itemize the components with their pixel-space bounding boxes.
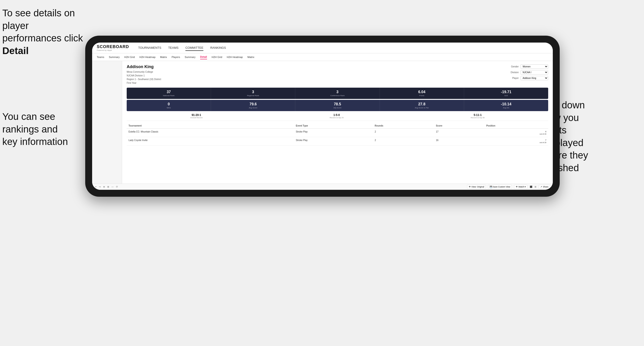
stat-avg-score-label: Avg Score <box>213 107 293 109</box>
view-original-button[interactable]: 👁 View: Original <box>467 185 486 189</box>
player-school: Mesa Community College <box>127 70 161 74</box>
stat-regional-rank: 3 Regional Rank <box>211 88 295 99</box>
stat-sos-value: -19.71 <box>466 90 546 94</box>
save-custom-view-button[interactable]: 💾 Save Custom View <box>488 185 512 189</box>
top-nav: SCOREBOARD Powered by clippd TOURNAMENTS… <box>92 42 553 53</box>
stat-wins-label: Wins <box>128 107 209 109</box>
stats-row-2: 0 Wins 79.6 Avg Score 78.5 Adj Score 27.… <box>127 100 548 111</box>
stat-points-value: 6.04 <box>382 90 462 94</box>
stat-avg-sg-label: Avg SG <box>466 107 546 109</box>
stat-avg-sg-value: -10.14 <box>466 102 546 106</box>
sub-nav-matrix[interactable]: Matrix <box>160 55 167 59</box>
stat-avg-score: 79.6 Avg Score <box>211 100 295 111</box>
stat-adj-score-value: 78.5 <box>297 102 378 106</box>
toolbar-redo[interactable]: ↪ <box>99 186 101 188</box>
table-row: Lady Coyote Invite Stroke Play 2 16 7out… <box>127 137 548 146</box>
tournament-table: Tournament Event Type Rounds Score Posit… <box>127 123 548 146</box>
stat-national-rank-value: 37 <box>128 90 209 94</box>
player-division: NJCAA Division 1 <box>127 74 161 78</box>
sub-nav-h2h-heatmap[interactable]: H2H Heatmap <box>139 55 156 59</box>
gender-label: Gender <box>506 65 519 68</box>
logo-text: SCOREBOARD <box>97 44 129 49</box>
col-position: Position <box>484 123 548 129</box>
nav-tournaments[interactable]: TOURNAMENTS <box>138 45 161 51</box>
rounds-1: 2 <box>373 129 434 137</box>
sub-nav-h2h-grid2[interactable]: H2H Grid <box>212 55 222 59</box>
stat-adj-score-label: Adj Score <box>297 107 378 109</box>
division-select[interactable]: NJCAA I <box>520 70 548 75</box>
stats-row-1: 37 National Rank 3 Regional Rank 3 Confe… <box>127 88 548 99</box>
stat-wins: 0 Wins <box>127 100 211 111</box>
player-header: Addison King Mesa Community College NJCA… <box>127 64 548 85</box>
sub-nav-matrix2[interactable]: Matrix <box>247 55 254 59</box>
player-year: First Year <box>127 81 161 85</box>
bottom-toolbar: ↩ ↪ ⊕ ⊞ — ⏱ 👁 View: Original 💾 Save Cust… <box>92 183 553 190</box>
sub-nav-players[interactable]: Players <box>172 55 180 59</box>
record-overall-value: 91-20-1 <box>190 113 202 117</box>
record-top25-value: 1-5-0 <box>330 113 344 117</box>
score-2: 16 <box>434 137 484 146</box>
main-content: Addison King Mesa Community College NJCA… <box>92 61 553 183</box>
col-tournament: Tournament <box>127 123 294 129</box>
event-type-2: Stroke Play <box>294 137 373 146</box>
watch-button[interactable]: 👁 Watch ▾ <box>514 185 528 189</box>
toolbar-icon6[interactable]: ⊞ <box>534 186 536 188</box>
sub-nav-teams[interactable]: Teams <box>97 55 104 59</box>
stat-avg-score-par-value: 27.8 <box>382 102 462 106</box>
position-1: 4out of 20 <box>484 129 548 137</box>
stat-conference-rank-value: 3 <box>297 90 378 94</box>
sub-nav-h2h-grid[interactable]: H2H Grid <box>124 55 135 59</box>
stat-adj-score: 78.5 Adj Score <box>295 100 380 111</box>
division-control: Division NJCAA I <box>506 70 548 75</box>
sub-nav: Teams Summary H2H Grid H2H Heatmap Matri… <box>92 53 553 61</box>
sub-nav-detail[interactable]: Detail <box>200 55 207 59</box>
score-1: 17 <box>434 129 484 137</box>
record-row: 91-20-1 Overall Record 1-5-0 Record vs t… <box>127 113 548 121</box>
share-button[interactable]: ↗ Share <box>539 185 550 189</box>
tablet-screen: SCOREBOARD Powered by clippd TOURNAMENTS… <box>92 42 553 190</box>
stat-sos: -19.71 SoS <box>464 88 548 99</box>
logo-sub: Powered by clippd <box>97 49 129 51</box>
stat-points: 6.04 Points <box>380 88 464 99</box>
toolbar-icon1[interactable]: ⊕ <box>103 186 105 188</box>
stat-regional-rank-label: Regional Rank <box>213 95 293 97</box>
col-event-type: Event Type <box>294 123 373 129</box>
player-select[interactable]: Addison King <box>520 76 548 80</box>
tournament-name-2: Lady Coyote Invite <box>127 137 294 146</box>
nav-rankings[interactable]: RANKINGS <box>210 45 226 51</box>
stat-points-label: Points <box>382 95 462 97</box>
table-row: Estella CC- Mountain Classic Stroke Play… <box>127 129 548 137</box>
record-top50-label: Record vs top 50 <box>471 117 484 119</box>
toolbar-icon2[interactable]: ⊞ <box>107 186 109 188</box>
player-region: Region 1 - Southwest (18) District <box>127 78 161 81</box>
player-label: Player <box>506 77 519 79</box>
stat-avg-sg: -10.14 Avg SG <box>464 100 548 111</box>
toolbar-undo[interactable]: ↩ <box>95 186 97 188</box>
position-2: 7out of 20 <box>484 137 548 146</box>
player-info: Addison King Mesa Community College NJCA… <box>127 64 161 85</box>
stat-sos-label: SoS <box>466 95 546 97</box>
gender-select[interactable]: Women <box>520 64 548 69</box>
stat-avg-score-par-label: Avg Score to Par <box>382 107 462 109</box>
toolbar-icon4[interactable]: ⏱ <box>116 186 118 188</box>
stat-regional-rank-value: 3 <box>213 90 293 94</box>
record-overall: 91-20-1 Overall Record <box>190 113 202 119</box>
nav-committee[interactable]: COMMITTEE <box>186 45 204 51</box>
division-label: Division <box>506 71 519 74</box>
sidebar <box>92 61 122 183</box>
tournament-name-1: Estella CC- Mountain Classic <box>127 129 294 137</box>
record-top25-label: Record vs top 25 <box>330 117 344 119</box>
player-controls: Gender Women Division NJCAA I <box>506 64 548 85</box>
sub-nav-h2h-heatmap2[interactable]: H2H Heatmap <box>227 55 243 59</box>
nav-teams[interactable]: TEAMS <box>168 45 178 51</box>
toolbar-icon3[interactable]: — <box>112 186 114 188</box>
stat-avg-score-value: 79.6 <box>213 102 293 106</box>
gender-control: Gender Women <box>506 64 548 69</box>
nav-items: TOURNAMENTS TEAMS COMMITTEE RANKINGS <box>138 45 226 51</box>
sub-nav-summary[interactable]: Summary <box>109 55 120 59</box>
toolbar-icon5[interactable]: ⬛ <box>530 186 532 188</box>
stat-conference-rank: 3 Conference Rank <box>295 88 380 99</box>
sub-nav-summary2[interactable]: Summary <box>185 55 196 59</box>
event-type-1: Stroke Play <box>294 129 373 137</box>
stat-wins-value: 0 <box>128 102 209 106</box>
